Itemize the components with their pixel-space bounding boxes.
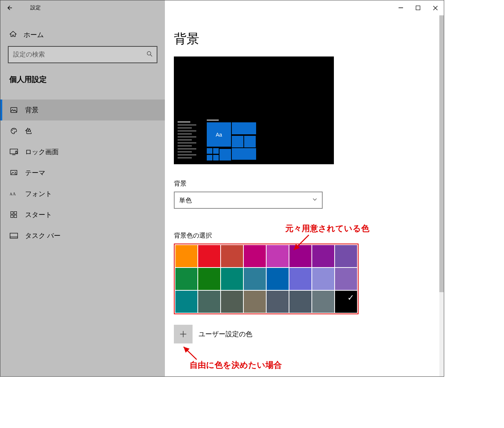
custom-color-row: ユーザー設定の色 bbox=[174, 325, 436, 343]
close-button[interactable] bbox=[427, 0, 444, 15]
sidebar: ホーム 個人用設定 背景 bbox=[0, 15, 165, 376]
arrow-left-icon bbox=[6, 4, 13, 11]
background-dropdown-label: 背景 bbox=[174, 179, 436, 188]
annotation-arrow-icon bbox=[180, 344, 206, 363]
svg-text:A: A bbox=[10, 192, 12, 196]
color-swatch[interactable] bbox=[267, 245, 289, 267]
plus-icon bbox=[179, 330, 187, 338]
color-swatch[interactable] bbox=[175, 268, 197, 290]
color-swatch[interactable] bbox=[221, 245, 243, 267]
search-container bbox=[8, 46, 157, 63]
palette-icon bbox=[9, 127, 18, 135]
picture-icon bbox=[9, 106, 18, 114]
chevron-down-icon bbox=[312, 197, 317, 204]
background-dropdown-value: 単色 bbox=[179, 196, 192, 205]
color-swatch[interactable] bbox=[221, 268, 243, 290]
color-swatch[interactable] bbox=[244, 245, 266, 267]
sidebar-item-label: フォント bbox=[25, 189, 52, 198]
check-icon: ✓ bbox=[347, 293, 354, 303]
start-icon bbox=[9, 211, 18, 218]
color-swatch[interactable] bbox=[244, 268, 266, 290]
custom-color-button[interactable] bbox=[174, 325, 193, 343]
page-title: 背景 bbox=[174, 30, 436, 48]
minimize-button[interactable] bbox=[392, 0, 409, 15]
font-icon: AA bbox=[9, 190, 18, 197]
titlebar-right bbox=[165, 0, 444, 15]
home-label: ホーム bbox=[24, 30, 44, 39]
maximize-button[interactable] bbox=[409, 0, 427, 15]
scrollbar-thumb[interactable] bbox=[439, 15, 444, 292]
sidebar-item-start[interactable]: スタート bbox=[0, 204, 165, 225]
annotation-freeform-color: 自由に色を決めたい場合 bbox=[190, 360, 282, 371]
background-preview: Aa bbox=[174, 56, 334, 164]
search-input[interactable] bbox=[12, 51, 146, 59]
svg-rect-16 bbox=[11, 215, 13, 218]
svg-rect-0 bbox=[399, 7, 403, 8]
minimize-icon bbox=[399, 6, 403, 10]
sidebar-item-colors[interactable]: 色 bbox=[0, 120, 165, 141]
sidebar-item-fonts[interactable]: AA フォント bbox=[0, 183, 165, 204]
theme-icon bbox=[9, 169, 18, 177]
sidebar-item-lockscreen[interactable]: ロック画面 bbox=[0, 141, 165, 162]
svg-text:A: A bbox=[13, 191, 16, 196]
preview-start-menu bbox=[178, 122, 204, 160]
svg-rect-4 bbox=[11, 107, 17, 112]
sidebar-item-label: 背景 bbox=[25, 106, 39, 114]
color-swatch[interactable] bbox=[335, 268, 357, 290]
svg-point-5 bbox=[12, 130, 13, 131]
sidebar-item-label: タスク バー bbox=[25, 231, 61, 240]
color-swatch[interactable] bbox=[312, 291, 334, 313]
color-swatch[interactable] bbox=[289, 245, 311, 267]
svg-rect-9 bbox=[15, 152, 17, 153]
titlebar: 設定 bbox=[0, 0, 444, 15]
color-swatch[interactable] bbox=[175, 291, 197, 313]
color-swatch[interactable] bbox=[312, 268, 334, 290]
sidebar-item-label: テーマ bbox=[25, 168, 45, 177]
svg-rect-1 bbox=[416, 6, 420, 10]
color-swatch[interactable] bbox=[289, 291, 311, 313]
scrollbar-track[interactable] bbox=[439, 15, 444, 376]
sidebar-item-background[interactable]: 背景 bbox=[0, 100, 165, 120]
window-title: 設定 bbox=[30, 4, 41, 11]
svg-point-2 bbox=[147, 52, 151, 55]
svg-rect-18 bbox=[10, 233, 18, 238]
settings-window: 設定 ホーム bbox=[0, 0, 444, 377]
color-swatch[interactable] bbox=[244, 291, 266, 313]
color-swatch[interactable] bbox=[289, 268, 311, 290]
search-box[interactable] bbox=[8, 46, 157, 63]
search-icon bbox=[146, 51, 153, 59]
palette-label: 背景色の選択 bbox=[174, 231, 436, 240]
color-swatch[interactable]: ✓ bbox=[335, 291, 357, 313]
color-swatch[interactable] bbox=[267, 268, 289, 290]
sidebar-item-label: ロック画面 bbox=[25, 147, 59, 156]
background-dropdown[interactable]: 単色 bbox=[174, 192, 323, 209]
svg-line-23 bbox=[184, 347, 197, 360]
close-icon bbox=[433, 6, 438, 10]
color-swatch[interactable] bbox=[221, 291, 243, 313]
color-palette: ✓ bbox=[174, 244, 359, 314]
color-swatch[interactable] bbox=[198, 291, 220, 313]
color-swatch[interactable] bbox=[198, 268, 220, 290]
taskbar-icon bbox=[9, 233, 18, 239]
maximize-icon bbox=[416, 6, 420, 10]
custom-color-label: ユーザー設定の色 bbox=[199, 330, 252, 339]
svg-rect-15 bbox=[14, 212, 17, 214]
color-swatch[interactable] bbox=[267, 291, 289, 313]
sidebar-item-label: 色 bbox=[25, 126, 32, 135]
home-icon bbox=[9, 30, 17, 39]
preview-tiles: Aa bbox=[207, 120, 257, 160]
sidebar-item-label: スタート bbox=[25, 210, 52, 219]
back-button[interactable] bbox=[0, 0, 19, 15]
sidebar-home[interactable]: ホーム bbox=[0, 27, 165, 46]
sidebar-item-themes[interactable]: テーマ bbox=[0, 162, 165, 183]
svg-point-7 bbox=[14, 129, 15, 130]
content-pane: 背景 Aa bbox=[165, 15, 444, 376]
svg-point-6 bbox=[13, 129, 13, 129]
sidebar-item-taskbar[interactable]: タスク バー bbox=[0, 225, 165, 246]
svg-rect-14 bbox=[11, 212, 13, 214]
color-swatch[interactable] bbox=[312, 245, 334, 267]
color-swatch[interactable] bbox=[175, 245, 197, 267]
color-swatch[interactable] bbox=[335, 245, 357, 267]
color-swatch[interactable] bbox=[198, 245, 220, 267]
window-body: ホーム 個人用設定 背景 bbox=[0, 15, 444, 376]
